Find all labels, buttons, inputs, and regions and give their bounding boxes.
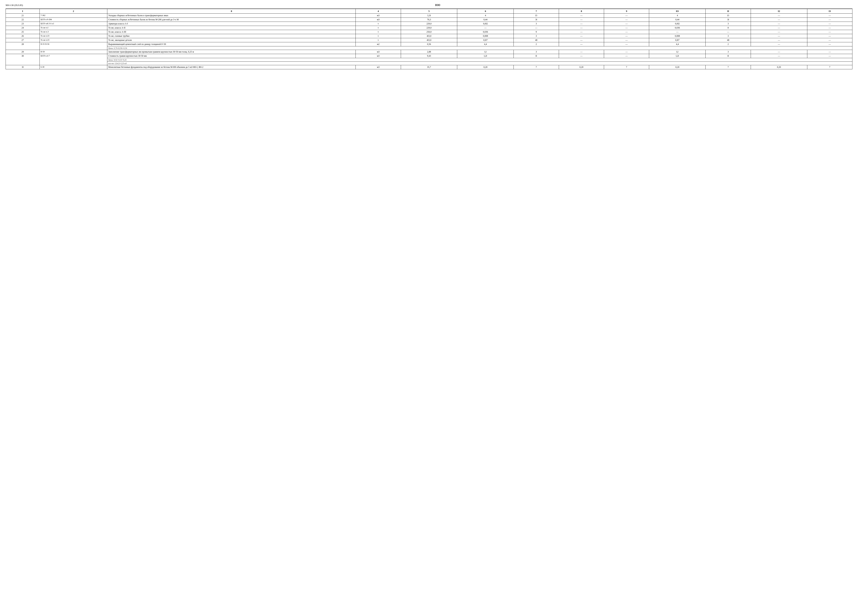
row-col9: — — [604, 14, 649, 18]
row-description: Арматура класса А-I — [107, 22, 356, 26]
row-col10: I,I — [649, 50, 706, 54]
header-left: 90I-I-30 (IX/I.85) — [6, 4, 23, 7]
row-unit: т — [356, 38, 401, 42]
row-col9: — — [604, 30, 649, 34]
row-id: 24 — [6, 26, 40, 30]
row-col7: 3I — [514, 18, 559, 22]
page-header: 90I-I-30 (IX/I.85) IOO — [6, 4, 852, 7]
row-col10: 0,008 — [649, 34, 706, 38]
row-code: ЦСП п.4-7 — [39, 54, 107, 65]
row-col10: I,2I — [649, 54, 706, 58]
row-col10: 0,44 — [649, 18, 706, 22]
table-row: 29 II-50 Заполнение трансформаторных ям … — [6, 50, 852, 54]
sub-note-row: кол-во: I,IxI,I=I,2I мЗ — [6, 62, 852, 65]
row-col9: — — [604, 50, 649, 54]
row-col9: — — [604, 38, 649, 42]
col-header-5: 5 — [401, 9, 457, 14]
row-col12: — — [751, 50, 807, 54]
row-id: 26 — [6, 34, 40, 38]
row-col10: 4 — [649, 14, 706, 18]
row-col7: 48 — [514, 38, 559, 42]
row-col12: — — [751, 14, 807, 18]
row-col6: I,I — [457, 50, 514, 54]
col-header-12: I2 — [751, 9, 807, 14]
row-col8: — — [559, 30, 604, 34]
row-unit: т — [356, 34, 401, 38]
sub-note-row: Цена: 0,70-0,I36=0,56 — [6, 47, 852, 50]
row-code: ЦСП таб.3-I п.I — [39, 22, 107, 26]
row-col11: I3 — [706, 14, 751, 18]
row-col10: 0,036 — [649, 26, 706, 30]
row-col10: 0,0I2 — [649, 22, 706, 26]
row-col11: 3 — [706, 22, 751, 26]
row-col7: 3 — [514, 50, 559, 54]
row-col13: 7 — [807, 65, 852, 69]
row-col10: — — [649, 30, 706, 34]
row-col11: II — [706, 54, 751, 58]
row-col11: 7 — [706, 65, 751, 69]
row-col7: II — [514, 54, 559, 58]
row-description: Укладка сборных ж/бетонных балок в транс… — [107, 14, 356, 18]
row-col12: 0,20 — [751, 65, 807, 69]
row-col13: — — [807, 26, 852, 30]
main-table: I 2 8 4 5 6 7 8 9 IO II I2 I3 21 7-362 У… — [6, 9, 852, 69]
row-col11: — — [706, 30, 751, 34]
row-unit: мЗ — [356, 18, 401, 22]
row-col13: — — [807, 18, 852, 22]
row-col13: — — [807, 54, 852, 58]
row-col12: — — [751, 38, 807, 42]
table-row: 23 ЦСП таб.3-I п.I Арматура класса А-I т… — [6, 22, 852, 26]
row-col13: — — [807, 30, 852, 34]
row-col5: 229,0 — [401, 26, 457, 30]
row-col9: — — [604, 22, 649, 26]
row-description: То же, газовые трубки — [107, 34, 356, 38]
row-code: 6-30 — [39, 65, 107, 69]
row-col13: — — [807, 42, 852, 47]
row-col6: 0,20 — [457, 65, 514, 69]
row-col13: — — [807, 38, 852, 42]
row-code: То же п.I3 — [39, 34, 107, 38]
row-unit: т — [356, 26, 401, 30]
row-col7: 7 — [514, 65, 559, 69]
row-id: 30 — [6, 54, 40, 65]
row-id: 29 — [6, 50, 40, 54]
row-col7: 9 — [514, 30, 559, 34]
row-description: Стоимость сборных ж/бетонных балок из бе… — [107, 18, 356, 22]
row-id: 21 — [6, 14, 40, 18]
row-col5: 4I3,0 — [401, 34, 457, 38]
row-code: II-55 II-56 — [39, 42, 107, 50]
row-col6: 0,008 — [457, 34, 514, 38]
col-header-1: I — [6, 9, 40, 14]
row-col6: 4 — [457, 14, 514, 18]
row-col9: — — [604, 26, 649, 30]
row-col7: 3 — [514, 22, 559, 26]
row-col7: I3 — [514, 14, 559, 18]
row-col12: — — [751, 34, 807, 38]
row-col8: — — [559, 18, 604, 22]
row-col8: — — [559, 26, 604, 30]
sub-note-text: кол-во: I,IxI,I=I,2I мЗ — [107, 62, 852, 65]
row-description: То же, класса А-III — [107, 30, 356, 34]
row-id: 22 — [6, 18, 40, 22]
col-header-2: 2 — [39, 9, 107, 14]
row-code: II-50 — [39, 50, 107, 54]
col-header-4: 4 — [356, 9, 401, 14]
row-col11: 3 — [706, 50, 751, 54]
row-col8: — — [559, 22, 604, 26]
row-col13: — — [807, 34, 852, 38]
row-col7: 2 — [514, 42, 559, 47]
row-code: То же п.I — [39, 26, 107, 30]
row-col9: — — [604, 54, 649, 58]
row-col11: 3 — [706, 34, 751, 38]
row-col6: 0,44 — [457, 18, 514, 22]
row-unit: мЗ — [356, 65, 401, 69]
row-id: 3I — [6, 65, 40, 69]
row-col8: — — [559, 34, 604, 38]
row-col5: 35,7 — [401, 65, 457, 69]
row-col5: 9,43 — [401, 54, 457, 58]
row-description: Стоимость гравия крупностью 30-50 мм — [107, 54, 356, 58]
row-col13: — — [807, 14, 852, 18]
table-row: 21 7-362 Укладка сборных ж/бетонных бало… — [6, 14, 852, 18]
col-header-9: 9 — [604, 9, 649, 14]
row-unit: мЗ — [356, 54, 401, 58]
